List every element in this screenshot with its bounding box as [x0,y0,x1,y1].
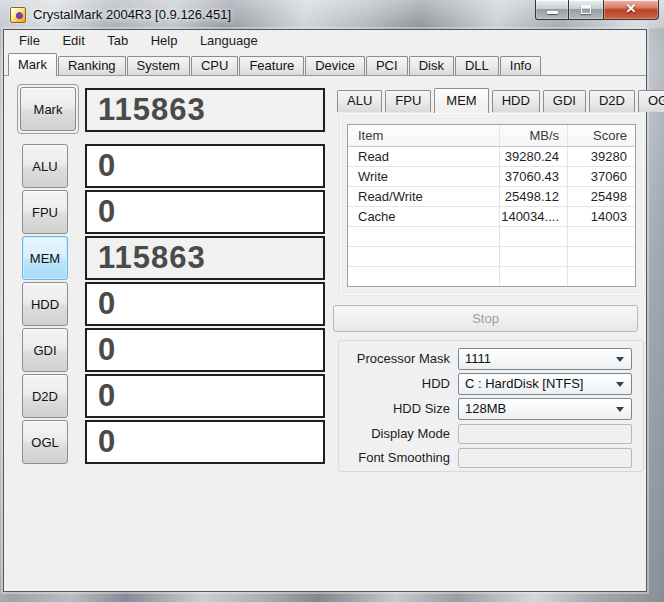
cell-item: Read [348,147,499,166]
close-icon: ✕ [626,1,637,16]
result-table: Item MB/s Score Read 39280.24 39280 Writ… [347,124,636,287]
font-smoothing-label: Font Smoothing [338,448,450,470]
maximize-button[interactable] [569,0,604,20]
cell-mbs: 140034.... [499,207,567,226]
chevron-down-icon [616,357,624,362]
tab-pci[interactable]: PCI [366,56,408,75]
cell-score: 25498 [567,187,635,206]
window-controls: ✕ [535,0,659,20]
cell-score: 14003 [567,207,635,226]
score-d2d: 0 [85,374,325,418]
menu-file[interactable]: File [10,30,49,51]
table-header-row: Item MB/s Score [348,125,635,147]
tab-device[interactable]: Device [305,56,365,75]
menu-help[interactable]: Help [142,30,187,51]
hdd-select[interactable]: C : HardDisk [NTFS] [458,373,632,395]
table-row[interactable]: Read/Write 25498.12 25498 [348,187,635,207]
maximize-icon [581,5,591,14]
hdd-button[interactable]: HDD [22,282,68,326]
display-mode-field [458,424,632,444]
table-row[interactable]: Write 37060.43 37060 [348,167,635,187]
score-alu: 0 [85,144,325,188]
cell-item: Write [348,167,499,186]
display-mode-label: Display Mode [338,424,450,446]
result-tab-alu[interactable]: ALU [337,90,382,112]
close-button[interactable]: ✕ [604,0,659,20]
table-row-empty [348,247,635,267]
main-tab-strip: Mark Ranking System CPU Feature Device P… [4,52,646,75]
header-item[interactable]: Item [348,125,499,146]
result-tab-mem[interactable]: MEM [434,88,488,113]
chevron-down-icon [616,407,624,412]
client-area: File Edit Tab Help Language Mark Ranking… [4,30,646,591]
fpu-button[interactable]: FPU [22,190,68,234]
mark-button[interactable]: Mark [20,87,76,131]
tab-disk[interactable]: Disk [409,56,454,75]
result-tab-ogl[interactable]: OGL [638,90,664,112]
table-row-empty [348,227,635,247]
table-row[interactable]: Read 39280.24 39280 [348,147,635,167]
menu-language[interactable]: Language [191,30,267,51]
hdd-value: C : HardDisk [NTFS] [465,376,583,391]
table-row[interactable]: Cache 140034.... 14003 [348,207,635,227]
cell-mbs: 25498.12 [499,187,567,206]
result-tab-gdi[interactable]: GDI [543,90,586,112]
cell-score: 37060 [567,167,635,186]
chevron-down-icon [616,382,624,387]
alu-button[interactable]: ALU [22,144,68,188]
cell-score: 39280 [567,147,635,166]
result-tab-strip: ALU FPU MEM HDD GDI D2D OGL [337,87,664,112]
cell-item: Read/Write [348,187,499,206]
tab-ranking[interactable]: Ranking [58,56,126,75]
cell-mbs: 39280.24 [499,147,567,166]
window-title: CrystalMark 2004R3 [0.9.126.451] [33,7,231,22]
header-mbs[interactable]: MB/s [499,125,567,146]
tab-pane-border [4,75,646,76]
score-gdi: 0 [85,328,325,372]
cell-item: Cache [348,207,499,226]
score-hdd: 0 [85,282,325,326]
processor-mask-select[interactable]: 1111 [458,348,632,370]
processor-mask-label: Processor Mask [338,348,450,370]
d2d-button[interactable]: D2D [22,374,68,418]
tab-cpu[interactable]: CPU [191,56,238,75]
result-tab-d2d[interactable]: D2D [589,90,635,112]
ogl-button[interactable]: OGL [22,420,68,464]
cell-mbs: 37060.43 [499,167,567,186]
tab-system[interactable]: System [127,56,190,75]
hdd-size-value: 128MB [465,401,506,416]
menu-tab[interactable]: Tab [98,30,137,51]
gdi-button[interactable]: GDI [22,328,68,372]
header-score[interactable]: Score [567,125,635,146]
tab-dll[interactable]: DLL [455,56,499,75]
tab-mark[interactable]: Mark [8,53,57,76]
hdd-label: HDD [338,373,450,395]
tab-info[interactable]: Info [500,56,542,75]
hdd-size-label: HDD Size [338,398,450,420]
result-tab-hdd[interactable]: HDD [492,90,540,112]
font-smoothing-field [458,448,632,468]
tab-feature[interactable]: Feature [239,56,304,75]
app-icon [10,7,26,23]
score-fpu: 0 [85,190,325,234]
mem-button[interactable]: MEM [22,236,68,280]
score-ogl: 0 [85,420,325,464]
score-mem: 115863 [85,236,325,280]
processor-mask-value: 1111 [465,351,491,366]
menu-bar: File Edit Tab Help Language [4,30,646,52]
result-tab-fpu[interactable]: FPU [385,90,431,112]
mark-button-focus-frame: Mark [17,84,79,134]
menu-edit[interactable]: Edit [53,30,93,51]
hdd-size-select[interactable]: 128MB [458,398,632,420]
minimize-icon [547,11,558,14]
minimize-button[interactable] [535,0,569,20]
table-row-empty [348,267,635,287]
stop-button[interactable]: Stop [333,305,638,332]
score-mark: 115863 [85,88,325,132]
